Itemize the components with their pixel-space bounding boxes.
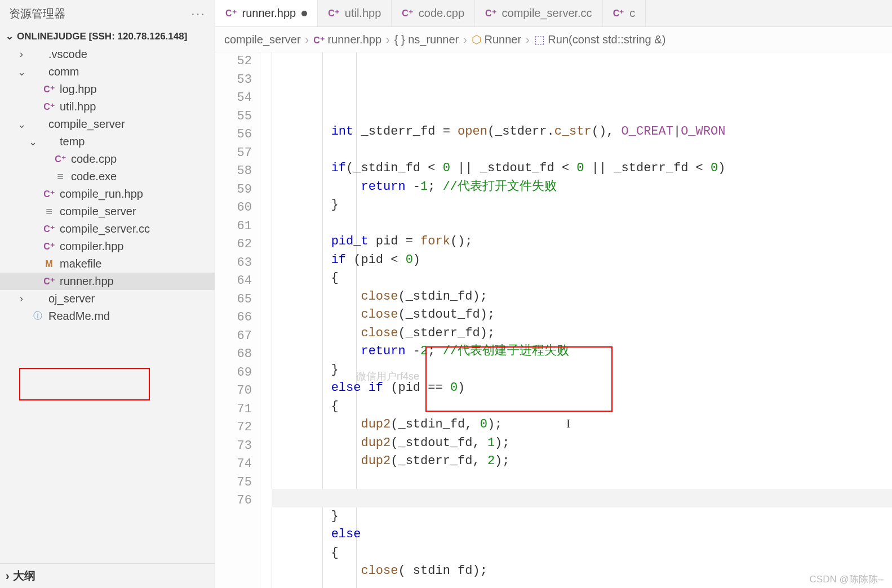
code-line[interactable]: close(_stdout_fd); (272, 306, 892, 324)
code-line[interactable]: pid_t pid = fork(); (272, 233, 892, 251)
line-number: 63 (215, 254, 252, 273)
tree-file[interactable]: C⁺compiler.hpp (0, 238, 215, 255)
cpp-icon: C⁺ (43, 224, 55, 234)
line-number: 55 (215, 108, 252, 126)
breadcrumb: compile_server›C⁺ runner.hpp›{ } ns_runn… (215, 27, 892, 52)
code-content[interactable]: 微信用户rf4se I int _stderr_fd = open(_stder… (260, 52, 892, 588)
highlight-box (19, 368, 150, 400)
chevron-right-icon: › (6, 569, 10, 582)
line-number: 75 (215, 474, 252, 492)
code-line[interactable] (272, 471, 892, 489)
tab[interactable]: C⁺c (603, 0, 646, 26)
tab-label: util.hpp (345, 7, 381, 20)
explorer-sidebar: 资源管理器 ··· ⌄ ONLINEJUDGE [SSH: 120.78.126… (0, 0, 215, 588)
line-number: 56 (215, 126, 252, 144)
cpp-icon: C⁺ (54, 154, 66, 164)
code-line[interactable] (272, 215, 892, 233)
line-number: 74 (215, 455, 252, 474)
code-line[interactable]: dup2(_stdout_fd, 1); (272, 434, 892, 453)
line-number: 54 (215, 89, 252, 108)
chevron-icon: › (16, 293, 27, 305)
tree-file[interactable]: C⁺log.hpp (0, 81, 215, 98)
cpp-icon: C⁺ (43, 101, 55, 112)
tab[interactable]: C⁺code.cpp (392, 0, 475, 26)
cpp-icon: C⁺ (225, 8, 237, 19)
code-line[interactable]: return -1; //代表打开文件失败 (272, 178, 892, 197)
line-number: 67 (215, 327, 252, 346)
code-line[interactable]: if(_stdin_fd < 0 || _stdout_fd < 0 || _s… (272, 159, 892, 178)
code-line[interactable]: } (272, 361, 892, 380)
code-line[interactable]: close(_stdin_fd); (272, 288, 892, 306)
code-line[interactable]: } (272, 507, 892, 526)
code-line[interactable]: else if (pid == 0) (272, 379, 892, 398)
explorer-header: 资源管理器 ··· (0, 0, 215, 27)
code-line[interactable]: if (pid < 0) (272, 251, 892, 270)
code-line[interactable]: dup2(_stderr_fd, 2); (272, 452, 892, 471)
breadcrumb-separator-icon: › (386, 33, 390, 46)
breadcrumb-separator-icon: › (463, 33, 467, 46)
tree-item-label: temp (60, 135, 85, 148)
tree-file[interactable]: ⓘReadMe.md (0, 308, 215, 325)
code-line[interactable]: { (272, 398, 892, 416)
breadcrumb-item[interactable]: C⁺ runner.hpp (313, 33, 381, 46)
outline-title: 大纲 (13, 568, 35, 583)
tree-item-label: runner.hpp (60, 275, 114, 288)
code-line[interactable]: close(_stderr_fd); (272, 324, 892, 343)
line-number: 58 (215, 162, 252, 181)
project-header[interactable]: ⌄ ONLINEJUDGE [SSH: 120.78.126.148] (0, 27, 215, 46)
breadcrumb-item[interactable]: ⬡ Runner (472, 33, 521, 46)
tab[interactable]: C⁺runner.hpp (215, 0, 318, 26)
line-number: 76 (215, 492, 252, 510)
line-number: 57 (215, 144, 252, 163)
project-title: ONLINEJUDGE [SSH: 120.78.126.148] (17, 31, 187, 42)
code-line[interactable]: return -2; //代表创建子进程失败 (272, 342, 892, 361)
code-line[interactable]: dup2(_stdin_fd, 0); (272, 416, 892, 434)
code-line[interactable]: { (272, 269, 892, 288)
code-line[interactable]: { (272, 544, 892, 563)
line-number: 73 (215, 437, 252, 456)
tree-folder[interactable]: ⌄temp (0, 133, 215, 150)
tree-file[interactable]: ≡compile_server (0, 203, 215, 220)
tree-item-label: compile_server.cc (60, 222, 150, 235)
code-line[interactable] (272, 489, 892, 507)
tree-file[interactable]: C⁺util.hpp (0, 98, 215, 115)
outline-header[interactable]: › 大纲 (0, 563, 215, 588)
tree-file[interactable]: C⁺runner.hpp (0, 273, 215, 290)
tree-file[interactable]: C⁺code.cpp (0, 150, 215, 168)
file-icon: ≡ (43, 205, 55, 218)
tab[interactable]: C⁺util.hpp (318, 0, 392, 26)
tree-file[interactable]: Mmakefile (0, 255, 215, 273)
tree-item-label: log.hpp (60, 83, 97, 96)
code-line[interactable]: close( stdin fd); (272, 562, 892, 581)
tree-item-label: code.exe (71, 170, 117, 183)
tree-folder[interactable]: ›oj_server (0, 290, 215, 308)
tree-folder[interactable]: ⌄compile_server (0, 115, 215, 133)
namespace-icon: { } (394, 33, 405, 46)
code-line[interactable]: } (272, 196, 892, 215)
breadcrumb-item[interactable]: compile_server (224, 33, 301, 46)
makefile-icon: M (43, 259, 55, 269)
code-editor[interactable]: 5253545556575859606162636465666768697071… (215, 52, 892, 588)
line-number: 62 (215, 235, 252, 254)
line-number: 68 (215, 345, 252, 364)
code-line[interactable] (272, 141, 892, 160)
cpp-icon: C⁺ (328, 8, 339, 19)
more-icon[interactable]: ··· (191, 6, 206, 21)
tree-folder[interactable]: ›.vscode (0, 46, 215, 63)
line-number: 61 (215, 217, 252, 236)
text-cursor-icon: I (566, 416, 570, 431)
breadcrumb-item[interactable]: ⬚ Run(const std::string &) (534, 33, 666, 46)
tree-file[interactable]: C⁺compile_run.hpp (0, 185, 215, 203)
line-number: 52 (215, 52, 252, 71)
tree-file[interactable]: C⁺compile_server.cc (0, 220, 215, 238)
tab[interactable]: C⁺compile_server.cc (475, 0, 603, 26)
code-line[interactable]: int _stderr_fd = open(_stderr.c_str(), O… (272, 123, 892, 141)
chevron-icon: ⌄ (27, 136, 38, 148)
tree-file[interactable]: ≡code.exe (0, 168, 215, 185)
tree-item-label: .vscode (48, 48, 87, 61)
tree-item-label: oj_server (48, 292, 95, 305)
breadcrumb-separator-icon: › (526, 33, 530, 46)
breadcrumb-item[interactable]: { } ns_runner (394, 33, 459, 46)
code-line[interactable]: else (272, 525, 892, 544)
tree-folder[interactable]: ⌄comm (0, 63, 215, 81)
